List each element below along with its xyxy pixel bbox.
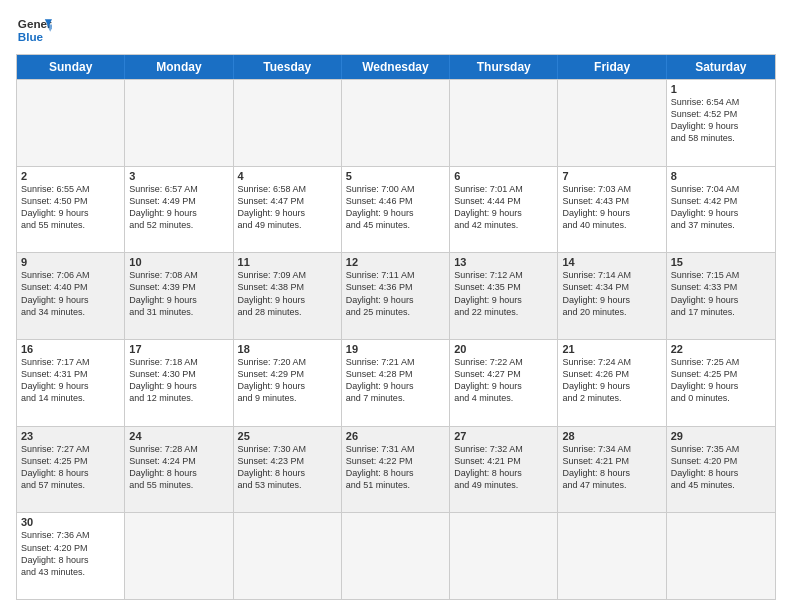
logo: General Blue	[16, 12, 52, 48]
calendar-cell: 28Sunrise: 7:34 AM Sunset: 4:21 PM Dayli…	[558, 427, 666, 513]
day-number: 18	[238, 343, 337, 355]
calendar-cell: 9Sunrise: 7:06 AM Sunset: 4:40 PM Daylig…	[17, 253, 125, 339]
day-info: Sunrise: 7:17 AM Sunset: 4:31 PM Dayligh…	[21, 356, 120, 405]
day-info: Sunrise: 7:03 AM Sunset: 4:43 PM Dayligh…	[562, 183, 661, 232]
day-info: Sunrise: 7:04 AM Sunset: 4:42 PM Dayligh…	[671, 183, 771, 232]
calendar-cell: 16Sunrise: 7:17 AM Sunset: 4:31 PM Dayli…	[17, 340, 125, 426]
day-info: Sunrise: 6:57 AM Sunset: 4:49 PM Dayligh…	[129, 183, 228, 232]
day-number: 30	[21, 516, 120, 528]
calendar-cell: 11Sunrise: 7:09 AM Sunset: 4:38 PM Dayli…	[234, 253, 342, 339]
calendar-cell: 8Sunrise: 7:04 AM Sunset: 4:42 PM Daylig…	[667, 167, 775, 253]
calendar: SundayMondayTuesdayWednesdayThursdayFrid…	[16, 54, 776, 600]
header-day-monday: Monday	[125, 55, 233, 79]
day-info: Sunrise: 6:58 AM Sunset: 4:47 PM Dayligh…	[238, 183, 337, 232]
calendar-cell: 3Sunrise: 6:57 AM Sunset: 4:49 PM Daylig…	[125, 167, 233, 253]
day-number: 14	[562, 256, 661, 268]
day-info: Sunrise: 7:21 AM Sunset: 4:28 PM Dayligh…	[346, 356, 445, 405]
calendar-cell	[667, 513, 775, 599]
calendar-cell: 21Sunrise: 7:24 AM Sunset: 4:26 PM Dayli…	[558, 340, 666, 426]
calendar-cell	[450, 513, 558, 599]
day-info: Sunrise: 7:32 AM Sunset: 4:21 PM Dayligh…	[454, 443, 553, 492]
day-info: Sunrise: 7:27 AM Sunset: 4:25 PM Dayligh…	[21, 443, 120, 492]
calendar-cell	[558, 80, 666, 166]
calendar-cell: 2Sunrise: 6:55 AM Sunset: 4:50 PM Daylig…	[17, 167, 125, 253]
calendar-cell: 6Sunrise: 7:01 AM Sunset: 4:44 PM Daylig…	[450, 167, 558, 253]
calendar-row-2: 9Sunrise: 7:06 AM Sunset: 4:40 PM Daylig…	[17, 252, 775, 339]
day-info: Sunrise: 7:01 AM Sunset: 4:44 PM Dayligh…	[454, 183, 553, 232]
day-number: 15	[671, 256, 771, 268]
day-info: Sunrise: 7:18 AM Sunset: 4:30 PM Dayligh…	[129, 356, 228, 405]
day-number: 4	[238, 170, 337, 182]
day-info: Sunrise: 7:00 AM Sunset: 4:46 PM Dayligh…	[346, 183, 445, 232]
calendar-row-0: 1Sunrise: 6:54 AM Sunset: 4:52 PM Daylig…	[17, 79, 775, 166]
page: General Blue SundayMondayTuesdayWednesda…	[0, 0, 792, 612]
calendar-cell: 29Sunrise: 7:35 AM Sunset: 4:20 PM Dayli…	[667, 427, 775, 513]
calendar-cell: 20Sunrise: 7:22 AM Sunset: 4:27 PM Dayli…	[450, 340, 558, 426]
day-number: 27	[454, 430, 553, 442]
calendar-header: SundayMondayTuesdayWednesdayThursdayFrid…	[17, 55, 775, 79]
header-day-wednesday: Wednesday	[342, 55, 450, 79]
calendar-cell: 26Sunrise: 7:31 AM Sunset: 4:22 PM Dayli…	[342, 427, 450, 513]
day-info: Sunrise: 7:31 AM Sunset: 4:22 PM Dayligh…	[346, 443, 445, 492]
day-number: 11	[238, 256, 337, 268]
calendar-cell	[125, 513, 233, 599]
day-number: 10	[129, 256, 228, 268]
day-info: Sunrise: 7:28 AM Sunset: 4:24 PM Dayligh…	[129, 443, 228, 492]
day-info: Sunrise: 7:20 AM Sunset: 4:29 PM Dayligh…	[238, 356, 337, 405]
svg-text:General: General	[18, 17, 52, 30]
day-number: 28	[562, 430, 661, 442]
header: General Blue	[16, 12, 776, 48]
day-number: 6	[454, 170, 553, 182]
calendar-row-3: 16Sunrise: 7:17 AM Sunset: 4:31 PM Dayli…	[17, 339, 775, 426]
calendar-cell	[558, 513, 666, 599]
calendar-cell: 1Sunrise: 6:54 AM Sunset: 4:52 PM Daylig…	[667, 80, 775, 166]
calendar-body: 1Sunrise: 6:54 AM Sunset: 4:52 PM Daylig…	[17, 79, 775, 599]
day-number: 23	[21, 430, 120, 442]
header-day-tuesday: Tuesday	[234, 55, 342, 79]
day-info: Sunrise: 7:25 AM Sunset: 4:25 PM Dayligh…	[671, 356, 771, 405]
day-number: 5	[346, 170, 445, 182]
day-info: Sunrise: 7:36 AM Sunset: 4:20 PM Dayligh…	[21, 529, 120, 578]
calendar-cell: 19Sunrise: 7:21 AM Sunset: 4:28 PM Dayli…	[342, 340, 450, 426]
day-number: 8	[671, 170, 771, 182]
calendar-cell: 15Sunrise: 7:15 AM Sunset: 4:33 PM Dayli…	[667, 253, 775, 339]
header-day-thursday: Thursday	[450, 55, 558, 79]
calendar-cell: 23Sunrise: 7:27 AM Sunset: 4:25 PM Dayli…	[17, 427, 125, 513]
calendar-cell: 17Sunrise: 7:18 AM Sunset: 4:30 PM Dayli…	[125, 340, 233, 426]
day-info: Sunrise: 7:35 AM Sunset: 4:20 PM Dayligh…	[671, 443, 771, 492]
calendar-cell: 5Sunrise: 7:00 AM Sunset: 4:46 PM Daylig…	[342, 167, 450, 253]
day-number: 29	[671, 430, 771, 442]
header-day-sunday: Sunday	[17, 55, 125, 79]
day-info: Sunrise: 7:14 AM Sunset: 4:34 PM Dayligh…	[562, 269, 661, 318]
calendar-row-5: 30Sunrise: 7:36 AM Sunset: 4:20 PM Dayli…	[17, 512, 775, 599]
day-number: 16	[21, 343, 120, 355]
day-info: Sunrise: 7:11 AM Sunset: 4:36 PM Dayligh…	[346, 269, 445, 318]
day-info: Sunrise: 7:15 AM Sunset: 4:33 PM Dayligh…	[671, 269, 771, 318]
calendar-cell: 24Sunrise: 7:28 AM Sunset: 4:24 PM Dayli…	[125, 427, 233, 513]
day-number: 26	[346, 430, 445, 442]
day-number: 3	[129, 170, 228, 182]
day-info: Sunrise: 6:55 AM Sunset: 4:50 PM Dayligh…	[21, 183, 120, 232]
header-day-friday: Friday	[558, 55, 666, 79]
day-info: Sunrise: 7:06 AM Sunset: 4:40 PM Dayligh…	[21, 269, 120, 318]
calendar-cell: 4Sunrise: 6:58 AM Sunset: 4:47 PM Daylig…	[234, 167, 342, 253]
day-number: 20	[454, 343, 553, 355]
calendar-cell	[234, 513, 342, 599]
day-number: 7	[562, 170, 661, 182]
day-info: Sunrise: 6:54 AM Sunset: 4:52 PM Dayligh…	[671, 96, 771, 145]
calendar-cell: 18Sunrise: 7:20 AM Sunset: 4:29 PM Dayli…	[234, 340, 342, 426]
calendar-cell: 27Sunrise: 7:32 AM Sunset: 4:21 PM Dayli…	[450, 427, 558, 513]
calendar-row-1: 2Sunrise: 6:55 AM Sunset: 4:50 PM Daylig…	[17, 166, 775, 253]
day-number: 21	[562, 343, 661, 355]
day-number: 1	[671, 83, 771, 95]
day-number: 2	[21, 170, 120, 182]
header-day-saturday: Saturday	[667, 55, 775, 79]
calendar-cell: 13Sunrise: 7:12 AM Sunset: 4:35 PM Dayli…	[450, 253, 558, 339]
day-number: 25	[238, 430, 337, 442]
calendar-cell: 7Sunrise: 7:03 AM Sunset: 4:43 PM Daylig…	[558, 167, 666, 253]
day-number: 17	[129, 343, 228, 355]
calendar-cell: 25Sunrise: 7:30 AM Sunset: 4:23 PM Dayli…	[234, 427, 342, 513]
logo-icon: General Blue	[16, 12, 52, 48]
day-number: 13	[454, 256, 553, 268]
calendar-cell: 10Sunrise: 7:08 AM Sunset: 4:39 PM Dayli…	[125, 253, 233, 339]
